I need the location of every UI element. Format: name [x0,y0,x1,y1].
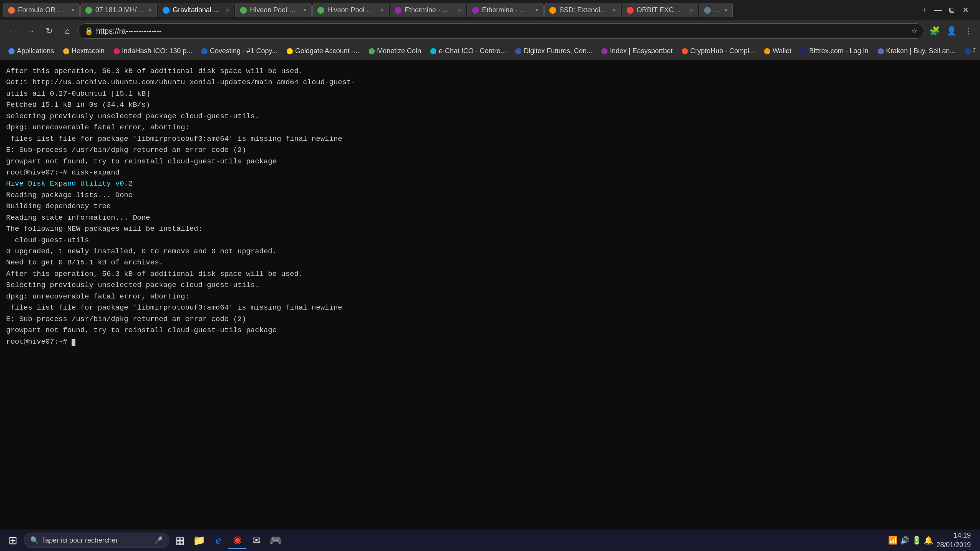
tab-close-2[interactable]: × [149,7,152,14]
menu-button[interactable]: ⋮ [961,24,975,38]
bookmark-item-3[interactable]: Covesting - #1 Copy... [198,46,281,57]
bookmark-item-13[interactable]: Poloniex - Bitcoin/D... [961,46,975,57]
terminal-line: Get:1 http://us.archive.ubuntu.com/ubunt… [6,78,355,86]
tab-close-3[interactable]: × [226,7,229,14]
tab-label-6: Ethermine - Mine... [405,6,453,14]
browser-tab-3[interactable]: Gravitational Tele...× [158,3,234,17]
tab-favicon-7 [472,7,479,14]
bookmark-label-6: e-Chat ICO - Contro... [439,47,506,55]
terminal-line: E: Sub-process /usr/bin/dpkg returned an… [6,315,246,323]
profile-button[interactable]: 👤 [944,24,959,38]
bookmark-item-1[interactable]: Hextracoin [59,46,108,57]
browser-chrome: Formule OR 2019 ::×07 181.0 MH/s - P...×… [0,0,980,60]
tab-close-4[interactable]: × [303,7,307,14]
bookmark-item-2[interactable]: indaHash ICO: 130 p... [110,46,196,57]
bookmark-item-0[interactable]: Applications [5,46,58,57]
browser-tab-1[interactable]: Formule OR 2019 ::× [3,3,80,17]
notification-icon[interactable]: 🔔 [924,536,933,545]
tab-label-4: Hiveon Pool – Mo... [250,6,299,14]
tab-label-8: SSD: Extending pa... [559,6,608,14]
terminal-line: The following NEW packages will be insta… [6,225,203,233]
bookmark-item-11[interactable]: Bittrex.com - Log in [797,46,872,57]
address-bar[interactable]: 🔒 https://ra-------------- ☆ [78,23,924,39]
network-icon[interactable]: 📶 [888,536,898,545]
tab-favicon-5 [317,7,324,14]
taskbar-clock[interactable]: 14:19 28/01/2019 [936,531,971,550]
taskbar-search[interactable]: 🔍 Taper ici pour rechercher 🎤 [24,533,169,548]
terminal-line: Fetched 15.1 kB in 0s (34.4 kB/s) [6,101,150,109]
browser-tab-8[interactable]: SSD: Extending pa...× [544,3,621,17]
bookmark-item-12[interactable]: Kraken | Buy, Sell an... [874,46,959,57]
terminal-line: cloud-guest-utils [6,236,89,245]
terminal-line: root@hive07:~# disk-expand [6,168,119,177]
tab-close-9[interactable]: × [690,7,693,14]
browser-tab-4[interactable]: Hiveon Pool – Mo...× [235,3,312,17]
reload-button[interactable]: ↻ [41,23,57,39]
bookmark-favicon-4 [287,48,293,54]
terminal-line: Hive Disk Expand Utility v0.2 [6,179,133,188]
terminal-line: Selecting previously unselected package … [6,112,259,121]
bookmark-label-3: Covesting - #1 Copy... [210,47,278,55]
bookmark-item-7[interactable]: Digitex Futures, Con... [511,46,596,57]
terminal-line: 0 upgraded, 1 newly installed, 0 to remo… [6,247,277,256]
forward-button[interactable]: → [23,23,38,39]
tab-favicon-8 [549,7,556,14]
microphone-icon[interactable]: 🎤 [154,536,163,544]
task-manager-icon[interactable]: ▦ [171,531,189,549]
bookmark-favicon-0 [8,48,15,54]
tab-label-7: Ethermine - Mine... [482,6,531,14]
bookmark-label-8: Index | Easysportbet [610,47,673,55]
file-explorer-icon[interactable]: 📁 [190,531,208,549]
bookmark-favicon-13 [965,48,971,54]
tab-favicon-6 [395,7,402,14]
bookmark-label-4: Goldgate Account -... [295,47,359,55]
battery-icon[interactable]: 🔋 [912,536,921,545]
game-icon[interactable]: 🎮 [266,531,285,549]
browser-tab-9[interactable]: ORBIT EXCHANGE× [622,3,698,17]
volume-icon[interactable]: 🔊 [900,536,910,545]
bookmark-item-4[interactable]: Goldgate Account -... [283,46,363,57]
back-button[interactable]: ← [5,23,20,39]
tab-close-10[interactable]: × [724,7,728,14]
bookmark-item-5[interactable]: Monetize Coin [365,46,425,57]
tab-close-6[interactable]: × [458,7,461,14]
tab-label-3: Gravitational Tele... [173,6,221,14]
chrome-icon[interactable]: ◉ [228,531,247,549]
bookmark-item-8[interactable]: Index | Easysportbet [598,46,676,57]
home-button[interactable]: ⌂ [60,23,75,39]
close-button[interactable]: ✕ [960,5,971,15]
tab-close-8[interactable]: × [612,7,616,14]
terminal-line: files list file for package 'libmirproto… [6,303,342,312]
tab-close-7[interactable]: × [535,7,539,14]
bookmark-star-icon[interactable]: ☆ [911,27,918,35]
browser-tab-7[interactable]: Ethermine - Mine...× [467,3,544,17]
browser-window-controls: — ⧉ ✕ [933,5,977,15]
bookmark-label-11: Bittrex.com - Log in [809,47,868,55]
browser-tab-6[interactable]: Ethermine - Mine...× [390,3,466,17]
terminal-line: root@hive07:~# [6,337,75,346]
bookmark-label-2: indaHash ICO: 130 p... [122,47,192,55]
start-button[interactable]: ⊞ [3,531,22,549]
bookmark-item-9[interactable]: CryptoHub - Compl... [678,46,759,57]
terminal-line: growpart not found, try to reinstall clo… [6,157,277,166]
tab-close-5[interactable]: × [381,7,384,14]
bookmark-label-5: Monetize Coin [377,47,421,55]
extensions-button[interactable]: 🧩 [927,24,942,38]
bookmark-favicon-1 [63,48,69,54]
tab-favicon-2 [85,7,92,14]
browser-tab-10[interactable]: ...× [699,3,733,17]
browser-tab-2[interactable]: 07 181.0 MH/s - P...× [80,3,157,17]
mail-icon[interactable]: ✉ [247,531,266,549]
tab-favicon-3 [163,7,170,14]
tab-close-1[interactable]: × [71,7,75,14]
restore-button[interactable]: ⧉ [946,5,957,15]
new-tab-button[interactable]: + [916,3,932,17]
bookmark-item-6[interactable]: e-Chat ICO - Contro... [426,46,510,57]
browser-tab-5[interactable]: Hiveon Pool – Mo...× [312,3,389,17]
terminal-line: utils all 0.27-0ubuntu1 [15.1 kB] [6,90,150,98]
edge-icon[interactable]: ℯ [209,531,227,549]
bookmark-item-10[interactable]: Wallet [760,46,795,57]
minimize-button[interactable]: — [933,5,943,15]
search-icon: 🔍 [30,536,39,544]
tab-favicon-10 [704,7,711,14]
